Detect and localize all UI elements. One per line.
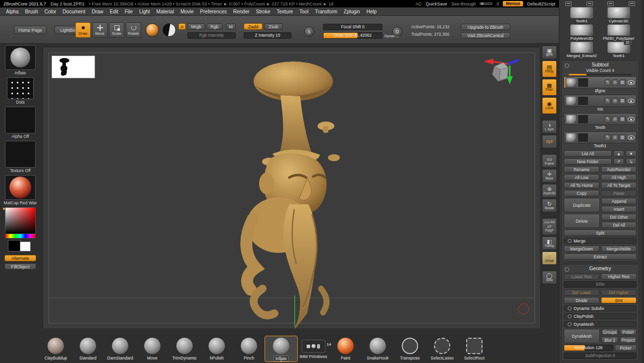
zscript-button[interactable]: DefaultZScript: [527, 1, 555, 6]
copy-button[interactable]: Copy: [564, 190, 599, 196]
insert-button[interactable]: Insert: [601, 206, 637, 212]
visit-zbrushcentral-button[interactable]: Visit ZBrushCentral: [461, 32, 510, 39]
current-stroke-thumbnail[interactable]: [7, 77, 34, 99]
menu-item-movie[interactable]: Movie: [180, 9, 194, 14]
m-button[interactable]: M: [226, 23, 236, 30]
quicksave-button[interactable]: QuickSave: [426, 1, 447, 6]
tool-slot[interactable]: PM3D_PolySpher: [602, 24, 636, 41]
draw-mode-button[interactable]: Draw: [75, 22, 91, 38]
paint-toggle-icon[interactable]: ◎: [612, 98, 618, 104]
new-folder-button[interactable]: New Folder: [564, 158, 612, 165]
menu-item-light[interactable]: Light: [139, 9, 150, 14]
menu-item-transform[interactable]: Transform: [315, 9, 337, 14]
zoom3d-button[interactable]: ⊕Zoom3D: [542, 184, 557, 197]
subprojection-slider[interactable]: SubProjection 0: [564, 353, 637, 359]
menu-item-edit[interactable]: Edit: [110, 9, 118, 14]
brush-selectlasso[interactable]: SelectLasso: [426, 336, 458, 361]
move-in-folder-button[interactable]: ↳: [626, 158, 637, 165]
model-sculpt[interactable]: [215, 56, 374, 328]
tool-slot[interactable]: PolyMesh3D: [565, 24, 598, 41]
stroke-selector-icon[interactable]: S: [304, 27, 314, 37]
brush-transpose[interactable]: Transpose: [394, 336, 426, 361]
subtool-row[interactable]: ✎ ◎ ▥: [564, 113, 637, 125]
scale-mode-button[interactable]: Scale: [109, 22, 124, 38]
draw-size-slider[interactable]: Draw Size 41.42062: [323, 32, 382, 39]
eye-icon[interactable]: [628, 80, 635, 85]
camera-orientation-gizmo[interactable]: [480, 52, 529, 91]
claypolish-header[interactable]: ClayPolish: [564, 313, 637, 319]
dynamesh-button[interactable]: DynaMesh: [564, 329, 600, 343]
paste-button[interactable]: Paste: [601, 190, 637, 196]
current-material-thumbnail[interactable]: [5, 175, 36, 200]
upgrade-zbrush-button[interactable]: Upgrade to ZBrush: [461, 24, 510, 30]
move-mode-button[interactable]: Move: [92, 22, 107, 38]
local-transform-button[interactable]: ◉Local: [542, 97, 557, 114]
material-ball-icon[interactable]: [146, 23, 159, 37]
fillobject-button[interactable]: FillObject: [4, 263, 36, 270]
deform-toggle-icon[interactable]: ▥: [619, 98, 626, 104]
tray-icon[interactable]: [607, 1, 614, 6]
tray-icon[interactable]: [587, 1, 593, 6]
eye-icon[interactable]: [628, 135, 635, 140]
resolution-slider[interactable]: Resolution 128: [564, 345, 613, 351]
visible-count-slider[interactable]: [569, 74, 632, 75]
bpr-render-button[interactable]: ▣BPR: [542, 46, 557, 59]
menu-item-alpha[interactable]: Alpha: [6, 9, 19, 14]
home-page-button[interactable]: Home Page: [14, 26, 47, 34]
merge-subsection-header[interactable]: Merge: [564, 238, 637, 244]
tool-slot[interactable]: Teeth1: [565, 7, 598, 23]
transparency-button[interactable]: ◧Transp: [542, 237, 557, 250]
sculpt-toggle-icon[interactable]: ✎: [604, 79, 611, 86]
tray-icon[interactable]: [629, 1, 635, 6]
rgb-button[interactable]: Rgb: [207, 23, 222, 30]
rotate-mode-button[interactable]: Rotate: [126, 22, 141, 38]
menu-item-color[interactable]: Color: [45, 9, 56, 14]
menus-button[interactable]: Menus: [503, 1, 523, 6]
groups-toggle[interactable]: Groups: [601, 329, 618, 335]
mergevisible-button[interactable]: MergeVisible: [601, 245, 637, 252]
subtool-header[interactable]: Subtool: [564, 62, 637, 68]
menu-item-draw[interactable]: Draw: [92, 9, 103, 14]
zsub-button[interactable]: Zsub: [264, 23, 283, 30]
all-to-target-button[interactable]: All To Target: [601, 182, 637, 188]
brush-move[interactable]: Move: [136, 336, 168, 361]
frame-button[interactable]: ▭Frame: [542, 154, 557, 168]
del-lower-button[interactable]: Del Lower: [564, 289, 599, 296]
brush-selectrect[interactable]: SelectRect: [458, 336, 490, 361]
brush-snakehook[interactable]: SnakeHook: [362, 336, 394, 361]
perspective-button[interactable]: ▤Persp: [542, 60, 557, 77]
brush-claybuildup[interactable]: ClayBuildup: [40, 336, 72, 361]
divide-button[interactable]: Divide: [564, 297, 599, 303]
depth-selector-icon[interactable]: D: [392, 27, 402, 37]
menu-item-file[interactable]: File: [125, 9, 133, 14]
texture-ball-icon[interactable]: [162, 23, 176, 37]
smt-toggle-button[interactable]: Smt: [601, 297, 637, 303]
tool-slot[interactable]: Merged_Extract2: [565, 42, 598, 58]
brush-trimdynamic[interactable]: TrimDynamic: [168, 336, 201, 361]
menu-item-zplugin[interactable]: Zplugin: [344, 9, 360, 14]
current-brush-thumbnail[interactable]: [5, 45, 36, 70]
subtool-down-button[interactable]: ▼: [626, 150, 637, 157]
main-color-swatch[interactable]: [8, 240, 21, 251]
menu-item-brush[interactable]: Brush: [25, 9, 38, 14]
viewport-canvas[interactable]: [44, 48, 540, 328]
rename-button[interactable]: Rename: [564, 166, 599, 173]
current-alpha-thumbnail[interactable]: [5, 107, 36, 133]
menu-item-texture[interactable]: Texture: [276, 9, 293, 14]
subtool-up-button[interactable]: ▲: [613, 150, 624, 157]
see-through-slider[interactable]: [480, 2, 492, 5]
mergedown-button[interactable]: MergeDown: [564, 245, 599, 252]
brush-scroll-arrows[interactable]: ▲▼: [280, 358, 282, 362]
alternate-button[interactable]: Alternate: [4, 255, 36, 261]
menu-item-material[interactable]: Material: [157, 9, 174, 14]
del-higher-button[interactable]: Del Higher: [601, 289, 637, 296]
brush-imm-primitives[interactable]: 14 IMM Primitives: [297, 336, 329, 359]
list-all-button[interactable]: List All: [564, 150, 612, 157]
all-high-button[interactable]: All High: [601, 174, 637, 181]
rotate-view-button[interactable]: ↻Rotate: [542, 199, 557, 212]
dynamic-subdiv-header[interactable]: Dynamic Subdiv: [564, 305, 637, 311]
subtool-row[interactable]: ✎ ◎ ▥: [564, 95, 637, 107]
lower-res-button[interactable]: Lower Res: [564, 273, 599, 280]
dynamesh-header[interactable]: DynaMesh: [564, 321, 637, 327]
tool-slot-active[interactable]: 20 Teeth1: [602, 42, 636, 58]
